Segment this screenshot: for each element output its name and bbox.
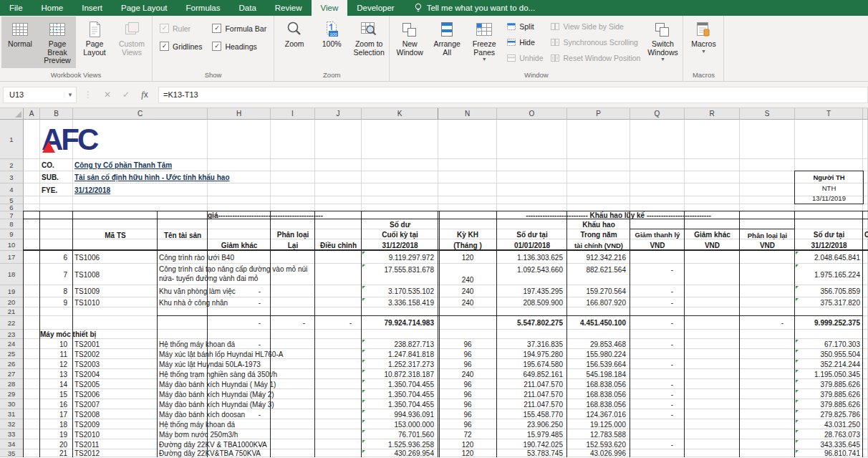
cell-stt[interactable]: 12 <box>40 359 70 369</box>
cell-so-du-cuoi-ky[interactable]: 430.269.954 <box>362 449 434 457</box>
section-title[interactable]: Máy móc thiết bị <box>40 330 255 339</box>
header-ky-kh[interactable]: Kỳ KH <box>438 229 497 239</box>
cell-giam-thanh-ly[interactable]: - <box>630 339 673 349</box>
cell-stt[interactable]: 21 <box>40 449 70 457</box>
cell-stt[interactable]: 19 <box>40 429 70 439</box>
page-break-preview-button[interactable]: Page Break Preview <box>39 16 76 68</box>
cell-so-du-cuoi-ky[interactable]: 79.924.714.983 <box>362 316 434 330</box>
row-header-1[interactable]: 1 <box>0 120 24 159</box>
cell-so-du-cuoi[interactable]: 356.705.859 <box>795 285 862 297</box>
cell-khau-hao-trong-nam[interactable]: 29.853.468 <box>567 339 626 349</box>
header-q-vnd[interactable]: VND <box>630 239 685 251</box>
cell-so-du-cuoi-ky[interactable]: 1.525.936.258 <box>362 439 434 449</box>
cell-so-du-cuoi[interactable]: 96.810.741 <box>795 449 862 457</box>
column-header-A[interactable]: A <box>24 108 40 120</box>
cell-so-du-cuoi-ky[interactable]: 9.119.297.972 <box>362 251 434 264</box>
row-header-33[interactable]: 33 <box>0 429 24 439</box>
cell-giam-thanh-ly[interactable]: - <box>630 409 673 419</box>
cell-giam-thanh-ly[interactable]: - <box>630 285 673 297</box>
cell-so-du-cuoi[interactable]: 343.335.645 <box>795 439 862 449</box>
cell-so-du-dau[interactable]: 211.047.570 <box>497 389 563 399</box>
header-ngay-dau-ky[interactable]: 01/01/2018 <box>497 239 567 251</box>
cell-ky-kh[interactable]: 72 <box>438 429 497 439</box>
header-r-vnd[interactable]: VND <box>685 239 740 251</box>
header-cuoi-ky-tai[interactable]: Cuối kỳ tại <box>362 229 438 239</box>
column-header-P[interactable]: P <box>567 108 630 120</box>
cell-ma-ts[interactable]: TS2005 <box>74 379 156 389</box>
column-header-U[interactable] <box>863 108 868 120</box>
row-header-8[interactable]: 8 <box>0 219 24 229</box>
cell-so-du-cuoi[interactable]: 43.031.250 <box>795 419 862 429</box>
header-ngay-cuoi-ky[interactable]: 31/12/2018 <box>362 239 438 251</box>
cell-ky-kh[interactable]: 240 <box>438 275 497 285</box>
enter-icon[interactable]: ✓ <box>117 90 135 100</box>
cell-giam-thanh-ly[interactable]: - <box>630 264 673 275</box>
cell-so-du-cuoi[interactable]: 28.763.073 <box>795 429 862 439</box>
macros-button[interactable]: Macros ▼ <box>685 16 722 68</box>
cell-so-du-dau[interactable]: 37.316.835 <box>497 339 563 349</box>
cell-stt[interactable]: 15 <box>40 389 70 399</box>
cell-so-du-cuoi-ky[interactable]: 1.350.704.455 <box>362 399 434 409</box>
info-co-label[interactable]: CO. <box>40 159 73 171</box>
column-header-B[interactable]: B <box>40 108 73 120</box>
cell-giam-thanh-ly[interactable]: - <box>630 389 673 399</box>
gridlines-checkbox[interactable]: ✓ Gridlines <box>160 42 202 51</box>
cell-stt[interactable]: 7 <box>40 264 70 285</box>
tab-review[interactable]: Review <box>266 0 312 16</box>
cell-ten-tai-san[interactable]: Công trình cải tạo nâng cấp đường vào mỏ… <box>159 264 312 285</box>
cell-so-du-cuoi-ky[interactable]: 1.252.317.273 <box>362 359 434 369</box>
column-header-I[interactable]: I <box>271 108 315 120</box>
row-header-17[interactable]: 17 <box>0 251 24 264</box>
cell-stt[interactable]: 20 <box>40 439 70 449</box>
header-ma-ts[interactable]: Mã TS <box>73 219 158 251</box>
cell-so-du-cuoi[interactable]: 279.825.786 <box>795 409 862 419</box>
row-header-32[interactable]: 32 <box>0 419 24 429</box>
row-header-9[interactable]: 9 <box>0 229 24 239</box>
cell-ma-ts[interactable]: TS2006 <box>74 389 156 399</box>
split-button[interactable]: Split <box>503 19 546 34</box>
header-khau-hao[interactable]: Khấu hao <box>567 219 630 229</box>
tell-me-box[interactable]: Tell me what you want to do... <box>404 0 546 16</box>
cell-ma-ts[interactable]: TS1006 <box>74 251 156 264</box>
column-header-N[interactable]: N <box>438 108 497 120</box>
cell-ky-kh[interactable]: 96 <box>438 379 497 389</box>
cell-khau-hao-trong-nam[interactable]: 43.026.996 <box>567 449 626 457</box>
row-header-25[interactable]: 25 <box>0 349 24 359</box>
cell-giam-thanh-ly[interactable]: - <box>630 297 673 307</box>
info-fye-label[interactable]: FYE. <box>40 183 73 196</box>
cell-giam-thanh-ly[interactable]: - <box>630 359 673 369</box>
column-header-H[interactable]: H <box>208 108 271 120</box>
signer-date[interactable]: 13/11/2019 <box>795 193 863 204</box>
header-lai[interactable]: Lại <box>271 239 315 251</box>
headings-checkbox[interactable]: ✓ Headings <box>212 42 266 51</box>
info-fye-value[interactable]: 31/12/2018 <box>74 183 218 196</box>
row-header-24[interactable]: 24 <box>0 339 24 349</box>
cell-so-du-cuoi[interactable]: 350.955.504 <box>795 349 862 359</box>
header-giam-khac[interactable]: Giảm khác <box>208 239 271 251</box>
cell-so-du-cuoi[interactable]: 379.885.626 <box>795 389 862 399</box>
header-so-du-tai-cuoi[interactable]: Số dư tại <box>795 229 863 239</box>
spreadsheet-grid[interactable]: ABCHIJKNOPQRST12345678910171819202122232… <box>0 108 868 457</box>
cell-stt[interactable]: 6 <box>40 251 70 264</box>
cell-so-du-cuoi[interactable]: 1.975.165.224 <box>795 264 862 285</box>
row-header-22[interactable]: 22 <box>0 316 24 330</box>
cell-ky-kh[interactable]: 240 <box>438 297 497 307</box>
tab-file[interactable]: File <box>0 0 32 16</box>
cell-so-du-dau[interactable]: 195.674.580 <box>497 359 563 369</box>
cell-so-du-cuoi[interactable]: 67.170.303 <box>795 339 862 349</box>
column-header-T[interactable]: T <box>795 108 863 120</box>
signer-initials[interactable]: NTH <box>795 183 863 193</box>
hide-button[interactable]: Hide <box>503 34 546 50</box>
zoom-button[interactable]: Zoom <box>276 16 313 68</box>
cell-so-du-cuoi[interactable]: 1.195.050.345 <box>795 369 862 379</box>
cell-so-du-cuoi-ky[interactable]: 3.170.535.102 <box>362 285 434 297</box>
column-header-J[interactable]: J <box>315 108 362 120</box>
page-layout-view-button[interactable]: Page Layout <box>76 16 113 68</box>
cell-dieu-chinh[interactable]: - <box>315 316 352 330</box>
cell-giam-khac[interactable]: - <box>208 316 261 330</box>
cell-khau-hao-trong-nam[interactable]: 4.451.450.100 <box>567 316 626 330</box>
insert-function-icon[interactable]: fx <box>135 90 154 100</box>
header-so-du-tai-dau[interactable]: Số dư tại <box>497 229 567 239</box>
row-header-7[interactable]: 7 <box>0 211 24 219</box>
header-tai-chinh-vnd[interactable]: tài chính (VND) <box>567 239 630 251</box>
